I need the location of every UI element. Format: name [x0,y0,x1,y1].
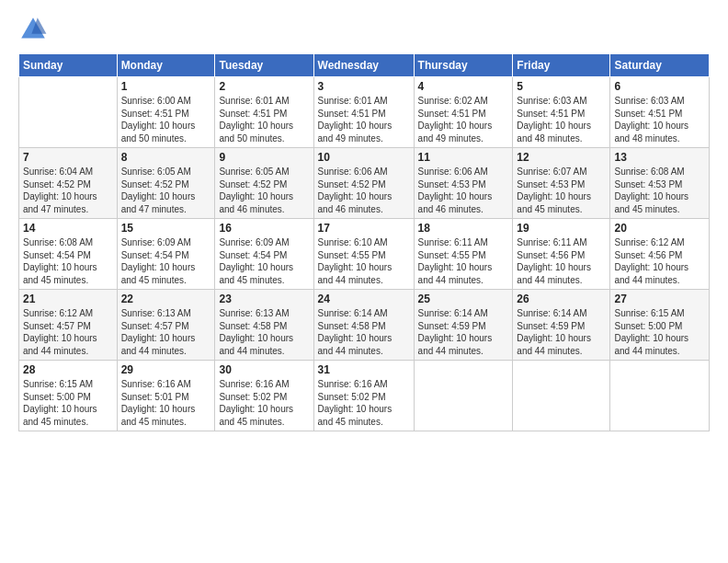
day-info: Sunrise: 6:03 AM Sunset: 4:51 PM Dayligh… [614,95,705,144]
day-info: Sunrise: 6:02 AM Sunset: 4:51 PM Dayligh… [418,95,509,144]
day-number: 7 [23,151,113,164]
calendar-cell: 29Sunrise: 6:16 AM Sunset: 5:01 PM Dayli… [117,361,215,431]
calendar-cell: 19Sunrise: 6:11 AM Sunset: 4:56 PM Dayli… [513,219,610,290]
calendar-cell: 15Sunrise: 6:09 AM Sunset: 4:54 PM Dayli… [117,219,215,290]
calendar-cell: 20Sunrise: 6:12 AM Sunset: 4:56 PM Dayli… [610,219,710,290]
day-info: Sunrise: 6:03 AM Sunset: 4:51 PM Dayligh… [517,95,606,144]
calendar-cell: 26Sunrise: 6:14 AM Sunset: 4:59 PM Dayli… [513,290,610,361]
calendar-cell: 6Sunrise: 6:03 AM Sunset: 4:51 PM Daylig… [610,77,710,148]
day-info: Sunrise: 6:16 AM Sunset: 5:01 PM Dayligh… [121,378,211,428]
calendar-cell: 28Sunrise: 6:15 AM Sunset: 5:00 PM Dayli… [19,361,118,431]
header-day-friday: Friday [513,54,610,77]
header-day-sunday: Sunday [19,54,118,77]
day-number: 9 [219,151,309,164]
day-number: 1 [121,80,211,93]
calendar-cell: 8Sunrise: 6:05 AM Sunset: 4:52 PM Daylig… [117,148,215,219]
day-number: 29 [121,363,211,376]
day-number: 3 [318,80,410,93]
calendar-cell: 25Sunrise: 6:14 AM Sunset: 4:59 PM Dayli… [414,290,513,361]
calendar-cell: 3Sunrise: 6:01 AM Sunset: 4:51 PM Daylig… [313,77,414,148]
calendar-cell: 12Sunrise: 6:07 AM Sunset: 4:53 PM Dayli… [513,148,610,219]
day-info: Sunrise: 6:06 AM Sunset: 4:53 PM Dayligh… [418,166,509,215]
calendar-cell: 21Sunrise: 6:12 AM Sunset: 4:57 PM Dayli… [19,290,118,361]
calendar-cell: 22Sunrise: 6:13 AM Sunset: 4:57 PM Dayli… [117,290,215,361]
day-number: 22 [121,293,211,305]
header-day-wednesday: Wednesday [313,54,414,77]
day-info: Sunrise: 6:01 AM Sunset: 4:51 PM Dayligh… [318,95,410,144]
calendar-week-2: 7Sunrise: 6:04 AM Sunset: 4:52 PM Daylig… [19,148,710,219]
day-info: Sunrise: 6:16 AM Sunset: 5:02 PM Dayligh… [318,378,410,428]
day-number: 23 [219,293,309,305]
calendar-header-row: SundayMondayTuesdayWednesdayThursdayFrid… [19,54,710,77]
day-info: Sunrise: 6:07 AM Sunset: 4:53 PM Dayligh… [517,166,606,215]
day-info: Sunrise: 6:13 AM Sunset: 4:58 PM Dayligh… [219,307,309,357]
day-number: 11 [418,151,509,164]
day-info: Sunrise: 6:12 AM Sunset: 4:56 PM Dayligh… [614,236,705,286]
day-info: Sunrise: 6:09 AM Sunset: 4:54 PM Dayligh… [219,236,309,286]
header-day-thursday: Thursday [414,54,513,77]
calendar-cell: 27Sunrise: 6:15 AM Sunset: 5:00 PM Dayli… [610,290,710,361]
calendar-cell: 4Sunrise: 6:02 AM Sunset: 4:51 PM Daylig… [414,77,513,148]
calendar-cell: 31Sunrise: 6:16 AM Sunset: 5:02 PM Dayli… [313,361,414,431]
header-day-saturday: Saturday [610,54,710,77]
day-number: 28 [23,363,113,376]
day-number: 15 [121,222,211,235]
day-info: Sunrise: 6:08 AM Sunset: 4:53 PM Dayligh… [614,166,705,215]
day-info: Sunrise: 6:13 AM Sunset: 4:57 PM Dayligh… [121,307,211,357]
day-info: Sunrise: 6:09 AM Sunset: 4:54 PM Dayligh… [121,236,211,286]
day-number: 31 [318,363,410,376]
day-number: 18 [418,222,509,235]
day-info: Sunrise: 6:05 AM Sunset: 4:52 PM Dayligh… [219,166,309,215]
header-day-monday: Monday [117,54,215,77]
calendar-cell: 11Sunrise: 6:06 AM Sunset: 4:53 PM Dayli… [414,148,513,219]
calendar-cell: 17Sunrise: 6:10 AM Sunset: 4:55 PM Dayli… [313,219,414,290]
day-info: Sunrise: 6:14 AM Sunset: 4:58 PM Dayligh… [318,307,410,357]
day-number: 24 [318,293,410,305]
day-number: 4 [418,80,509,93]
day-info: Sunrise: 6:14 AM Sunset: 4:59 PM Dayligh… [418,307,509,357]
logo [18,15,51,44]
day-number: 19 [517,222,606,235]
day-number: 20 [614,222,705,235]
calendar-cell [610,361,710,431]
day-number: 6 [614,80,705,93]
day-info: Sunrise: 6:08 AM Sunset: 4:54 PM Dayligh… [23,236,113,286]
day-number: 25 [418,293,509,305]
day-number: 21 [23,293,113,305]
calendar-week-1: 1Sunrise: 6:00 AM Sunset: 4:51 PM Daylig… [19,77,710,148]
day-number: 13 [614,151,705,164]
calendar-cell: 18Sunrise: 6:11 AM Sunset: 4:55 PM Dayli… [414,219,513,290]
calendar-cell [513,361,610,431]
calendar-cell: 14Sunrise: 6:08 AM Sunset: 4:54 PM Dayli… [19,219,118,290]
day-number: 16 [219,222,309,235]
day-info: Sunrise: 6:01 AM Sunset: 4:51 PM Dayligh… [219,95,309,144]
day-number: 12 [517,151,606,164]
day-info: Sunrise: 6:05 AM Sunset: 4:52 PM Dayligh… [121,166,211,215]
day-info: Sunrise: 6:06 AM Sunset: 4:52 PM Dayligh… [318,166,410,215]
calendar-table: SundayMondayTuesdayWednesdayThursdayFrid… [18,53,710,431]
day-info: Sunrise: 6:10 AM Sunset: 4:55 PM Dayligh… [318,236,410,286]
day-info: Sunrise: 6:11 AM Sunset: 4:56 PM Dayligh… [517,236,606,286]
day-info: Sunrise: 6:16 AM Sunset: 5:02 PM Dayligh… [219,378,309,428]
header [18,15,710,44]
day-number: 5 [517,80,606,93]
header-day-tuesday: Tuesday [215,54,313,77]
day-number: 10 [318,151,410,164]
day-number: 26 [517,293,606,305]
calendar-cell: 13Sunrise: 6:08 AM Sunset: 4:53 PM Dayli… [610,148,710,219]
day-info: Sunrise: 6:15 AM Sunset: 5:00 PM Dayligh… [614,307,705,357]
calendar-cell: 16Sunrise: 6:09 AM Sunset: 4:54 PM Dayli… [215,219,313,290]
calendar-cell: 5Sunrise: 6:03 AM Sunset: 4:51 PM Daylig… [513,77,610,148]
day-number: 14 [23,222,113,235]
day-info: Sunrise: 6:12 AM Sunset: 4:57 PM Dayligh… [23,307,113,357]
calendar-cell: 30Sunrise: 6:16 AM Sunset: 5:02 PM Dayli… [215,361,313,431]
calendar-week-3: 14Sunrise: 6:08 AM Sunset: 4:54 PM Dayli… [19,219,710,290]
calendar-cell: 23Sunrise: 6:13 AM Sunset: 4:58 PM Dayli… [215,290,313,361]
day-info: Sunrise: 6:15 AM Sunset: 5:00 PM Dayligh… [23,378,113,428]
calendar-cell: 7Sunrise: 6:04 AM Sunset: 4:52 PM Daylig… [19,148,118,219]
calendar-cell: 9Sunrise: 6:05 AM Sunset: 4:52 PM Daylig… [215,148,313,219]
calendar-cell [19,77,118,148]
logo-icon [18,15,48,44]
day-number: 27 [614,293,705,305]
day-info: Sunrise: 6:11 AM Sunset: 4:55 PM Dayligh… [418,236,509,286]
